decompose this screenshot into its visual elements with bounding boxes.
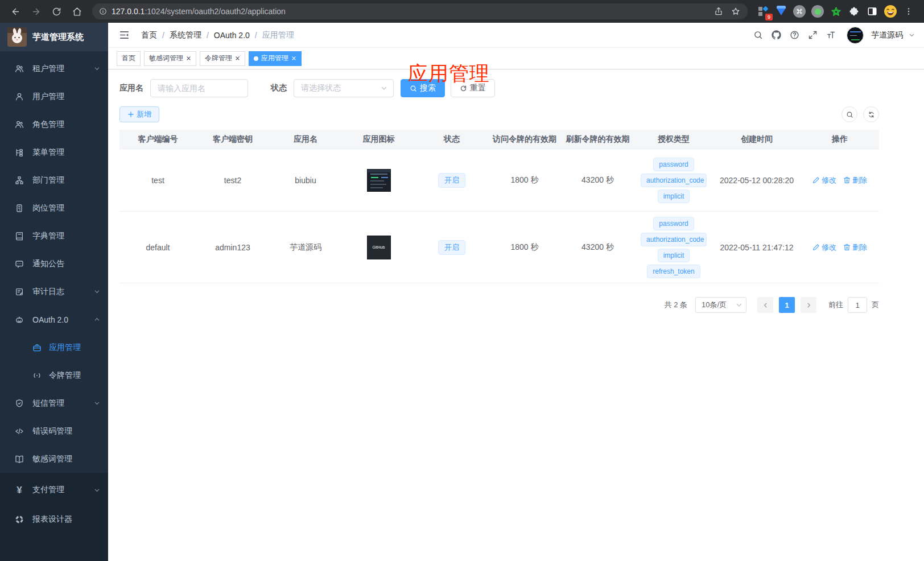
message-icon <box>14 259 24 269</box>
edit-button[interactable]: 修改 <box>812 175 836 185</box>
menu-tree-icon <box>14 147 24 158</box>
chevron-down-icon[interactable] <box>909 32 915 38</box>
sidebar-item-sensitive-word[interactable]: 敏感词管理 <box>0 445 108 473</box>
close-icon[interactable] <box>291 56 296 61</box>
sidebar-item-report-designer[interactable]: 报表设计器 <box>0 505 108 534</box>
tab-application[interactable]: 应用管理 <box>249 51 302 66</box>
breadcrumb-oauth[interactable]: OAuth 2.0 <box>214 31 250 40</box>
sidebar-item-post[interactable]: 岗位管理 <box>0 194 108 222</box>
badge-icon <box>14 203 24 213</box>
edit-button[interactable]: 修改 <box>812 242 836 253</box>
browser-home-button[interactable] <box>67 3 86 20</box>
red-annotation-text: 应用管理 <box>408 63 490 84</box>
app-title: 芋道管理系统 <box>32 32 84 43</box>
segmented-circle-icon <box>14 514 24 525</box>
app-name-input[interactable] <box>150 79 248 97</box>
breadcrumb-system[interactable]: 系统管理 <box>170 30 201 40</box>
extension-icon-record[interactable] <box>810 4 825 19</box>
table-row[interactable]: default admin123 芋道源码 GitHub 开启 1800 秒 4… <box>119 212 879 283</box>
shield-check-icon <box>14 398 24 409</box>
extension-icon-command[interactable] <box>792 4 807 19</box>
app-name-label: 应用名 <box>119 83 143 93</box>
status-select[interactable]: 请选择状态 <box>294 79 394 97</box>
browser-back-button[interactable] <box>6 3 25 20</box>
sidebar-item-audit-log[interactable]: 审计日志 <box>0 278 108 306</box>
close-icon[interactable] <box>186 56 191 61</box>
sidebar-item-errcode[interactable]: 错误码管理 <box>0 417 108 445</box>
sidebar-collapse-icon[interactable] <box>117 28 131 42</box>
sidebar-item-menu[interactable]: 菜单管理 <box>0 138 108 166</box>
sidebar-item-user[interactable]: 用户管理 <box>0 82 108 110</box>
app-logo-rabbit <box>7 27 27 47</box>
extensions-puzzle-icon[interactable] <box>847 4 861 19</box>
app-icon-image <box>367 169 391 192</box>
toggle-search-icon[interactable] <box>842 106 857 122</box>
sidebar-item-dict[interactable]: 字典管理 <box>0 222 108 250</box>
tab-sensitive-word[interactable]: 敏感词管理 <box>144 51 196 66</box>
sidebar-item-role[interactable]: 角色管理 <box>0 110 108 138</box>
delete-button[interactable]: 删除 <box>843 242 867 253</box>
sidebar-item-tenant[interactable]: 租户管理 <box>0 55 108 82</box>
next-page-button[interactable] <box>801 297 816 313</box>
extension-icon-star[interactable] <box>828 4 843 19</box>
sidebar-item-oauth-application[interactable]: 应用管理 <box>0 333 108 361</box>
help-icon[interactable] <box>786 27 802 43</box>
sidebar-menu: 租户管理 用户管理 角色管理 菜单管理 部门管理 岗位管理 <box>0 51 108 473</box>
address-bar[interactable]: 127.0.0.1:1024/system/oauth2/oauth2/appl… <box>92 3 748 19</box>
status-badge: 开启 <box>438 173 465 188</box>
github-icon[interactable] <box>768 27 784 43</box>
page-header: 首页 / 系统管理 / OAuth 2.0 / 应用管理 芋道源码 <box>108 23 924 48</box>
chevron-down-icon <box>94 288 100 295</box>
browser-forward-button[interactable] <box>26 3 46 20</box>
delete-button[interactable]: 删除 <box>843 175 867 185</box>
table-tools <box>842 106 879 122</box>
side-panel-icon[interactable] <box>865 4 880 19</box>
site-info-icon[interactable] <box>99 7 107 15</box>
bookmark-star-icon[interactable] <box>727 4 744 19</box>
chevron-down-icon <box>94 65 100 72</box>
yen-icon: ¥ <box>14 485 24 495</box>
url-text: 127.0.0.1:1024/system/oauth2/oauth2/appl… <box>112 7 710 16</box>
sidebar-item-oauth-token[interactable]: 令牌管理 <box>0 361 108 389</box>
profile-emoji-avatar[interactable] <box>883 4 898 19</box>
user-avatar[interactable] <box>847 27 864 44</box>
add-button[interactable]: 新增 <box>119 106 159 122</box>
sidebar-item-dept[interactable]: 部门管理 <box>0 166 108 194</box>
chevron-down-icon <box>94 400 100 406</box>
active-dot <box>254 56 258 61</box>
app-logo-bar[interactable]: 芋道管理系统 <box>0 23 108 51</box>
breadcrumb-home[interactable]: 首页 <box>141 30 157 40</box>
extension-icon-grid[interactable]: 9 <box>756 4 770 19</box>
sidebar-item-payment[interactable]: ¥ 支付管理 <box>0 475 108 505</box>
org-chart-icon <box>14 175 24 185</box>
sidebar: 芋道管理系统 租户管理 用户管理 角色管理 菜单管理 部门管理 <box>0 23 108 561</box>
table-row[interactable]: test test2 biubiu 开启 1800 秒 43200 秒 pass… <box>119 149 879 212</box>
share-icon[interactable] <box>710 4 727 19</box>
search-icon[interactable] <box>750 27 766 43</box>
goto-page-input[interactable] <box>848 297 867 313</box>
log-edit-icon <box>14 287 24 297</box>
close-icon[interactable] <box>235 56 240 61</box>
grant-types: password authorization_code implicit <box>634 156 713 204</box>
browser-reload-button[interactable] <box>47 3 66 20</box>
table-header-row: 客户端编号 客户端密钥 应用名 应用图标 状态 访问令牌的有效期 刷新令牌的有效… <box>119 130 879 149</box>
fullscreen-icon[interactable] <box>805 27 820 43</box>
chevron-up-icon <box>94 316 100 323</box>
sidebar-item-notice[interactable]: 通知公告 <box>0 250 108 278</box>
page-size-select[interactable]: 10条/页 <box>695 297 746 313</box>
user-name[interactable]: 芋道源码 <box>871 30 903 40</box>
refresh-icon[interactable] <box>863 106 879 122</box>
header-actions: 芋道源码 <box>750 27 915 44</box>
prev-page-button[interactable] <box>757 297 773 313</box>
tab-home[interactable]: 首页 <box>117 51 141 66</box>
font-size-icon[interactable] <box>823 27 839 43</box>
page-number-button[interactable]: 1 <box>779 297 795 313</box>
sidebar-item-oauth[interactable]: OAuth 2.0 <box>0 306 108 333</box>
browser-menu-icon[interactable] <box>901 4 916 19</box>
tab-token[interactable]: 令牌管理 <box>200 51 245 66</box>
extension-icon-gem[interactable] <box>774 4 789 19</box>
extension-tray: 9 <box>753 4 918 19</box>
table-toolbar: 新增 <box>119 106 879 122</box>
sidebar-item-sms[interactable]: 短信管理 <box>0 389 108 417</box>
status-badge: 开启 <box>438 240 465 255</box>
